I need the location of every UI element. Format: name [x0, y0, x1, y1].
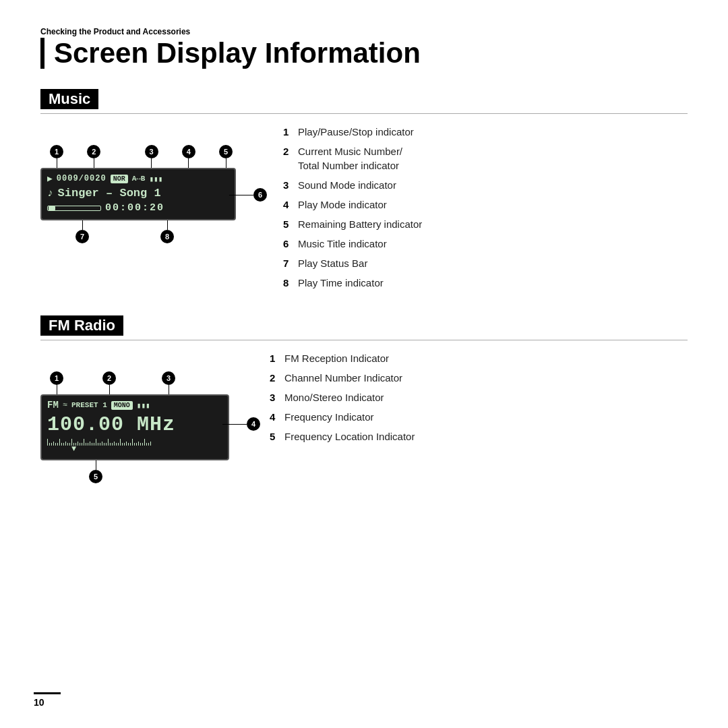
mode-badge: NOR	[111, 175, 128, 183]
music-title-row: ♪ Singer – Song 1	[47, 187, 229, 200]
list-num: 7	[283, 256, 298, 270]
music-bottom-callouts: 7 8	[40, 220, 236, 239]
callout-7-music: 7	[75, 230, 89, 243]
music-screen: ▶ 0009/0020 NOR A↔B ▮▮▮ ♪ Singer – Song …	[40, 168, 236, 220]
play-icon: ▶	[47, 173, 53, 184]
callout-6-music: 6	[253, 188, 267, 202]
callout-3-fm: 3	[162, 371, 175, 385]
list-num: 2	[283, 144, 298, 158]
fm-antenna-icon: ≈	[63, 400, 67, 410]
play-mode-indicator-label: Play Mode indicator	[298, 198, 387, 212]
list-num: 1	[270, 351, 284, 365]
fm-bottom-callouts: 5	[40, 460, 229, 479]
progress-inner	[49, 206, 55, 210]
music-display-wrapper: 1 2 3 4 5	[40, 125, 256, 239]
list-item: 2 Current Music Number/Total Number indi…	[283, 144, 688, 173]
fm-section-title: FM Radio	[40, 315, 123, 336]
list-text: Play/Pause/Stop indicator	[298, 125, 414, 139]
frequency-indicator-label: Frequency Indicator	[284, 410, 374, 424]
list-item: 8 Play Time indicator	[283, 276, 688, 290]
battery-icon: ▮▮▮	[149, 175, 162, 183]
music-top-row: ▶ 0009/0020 NOR A↔B ▮▮▮	[47, 173, 229, 184]
fm-section-content: 1 2 3 FM ≈ PRESET 1	[40, 351, 688, 479]
fm-label: FM	[47, 400, 59, 411]
callout-4-fm: 4	[247, 417, 260, 431]
callout-4-music: 4	[182, 145, 195, 158]
page-title: Screen Display Information	[40, 38, 688, 69]
callout-4-fm-wrapper: 4	[222, 417, 260, 431]
fm-display-wrapper: 1 2 3 FM ≈ PRESET 1	[40, 351, 243, 479]
mono-badge: MONO	[111, 401, 133, 410]
frequency-location-indicator-label: Frequency Location Indicator	[284, 429, 415, 444]
song-title: Singer – Song 1	[58, 187, 161, 200]
page-container: Checking the Product and Accessories Scr…	[0, 0, 728, 728]
fm-screen: FM ≈ PRESET 1 MONO ▮▮▮ 100.00 MHz ▼	[40, 394, 229, 460]
callout-5-fm: 5	[89, 470, 102, 483]
fm-indicators-list: 1 FM Reception Indicator 2 Channel Numbe…	[270, 351, 688, 449]
list-item: 5 Frequency Location Indicator	[270, 429, 688, 444]
callout-1-music: 1	[50, 145, 63, 158]
list-item: 3 Sound Mode indicator	[283, 178, 688, 192]
list-num: 2	[270, 371, 284, 385]
callout-5-music: 5	[219, 145, 233, 158]
list-num: 3	[270, 390, 284, 404]
time-display: 00:00:20	[105, 202, 164, 214]
channel-number-indicator-label: Channel Number Indicator	[284, 371, 402, 385]
callout-8-music: 8	[160, 230, 174, 243]
list-num: 8	[283, 276, 298, 290]
sound-mode-indicator-label: Sound Mode indicator	[298, 178, 396, 192]
callout-3-music: 3	[145, 145, 158, 158]
list-item: 3 Mono/Stereo Indicator	[270, 390, 688, 404]
list-item: 1 FM Reception Indicator	[270, 351, 688, 365]
list-item: 7 Play Status Bar	[283, 256, 688, 270]
fm-indicator-list: 1 FM Reception Indicator 2 Channel Numbe…	[270, 351, 688, 444]
fm-scale-row: ▼	[47, 439, 222, 454]
music-indicators-list: 1 Play/Pause/Stop indicator 2 Current Mu…	[283, 125, 688, 295]
preset-text: PRESET 1	[71, 401, 107, 409]
callout-2-fm: 2	[102, 371, 116, 385]
list-text: Remaining Battery indicator	[298, 217, 422, 231]
list-text: Current Music Number/Total Number indica…	[298, 144, 402, 173]
progress-bar	[47, 206, 101, 211]
list-num: 4	[270, 410, 284, 424]
music-section-title: Music	[40, 89, 98, 109]
callout-1-fm: 1	[50, 371, 63, 385]
list-item: 1 Play/Pause/Stop indicator	[283, 125, 688, 139]
track-number: 0009/0020	[57, 174, 107, 183]
ab-badge: A↔B	[132, 175, 146, 183]
fm-section-header: FM Radio	[40, 315, 688, 340]
list-num: 5	[283, 217, 298, 231]
fm-top-row: FM ≈ PRESET 1 MONO ▮▮▮	[47, 400, 222, 411]
list-text: FM Reception Indicator	[284, 351, 389, 365]
list-item: 4 Frequency Indicator	[270, 410, 688, 424]
fm-battery-icon: ▮▮▮	[137, 401, 150, 410]
callout-6-music-wrapper: 6	[229, 188, 267, 202]
checking-label: Checking the Product and Accessories	[40, 27, 688, 36]
list-num: 5	[270, 429, 284, 444]
page-number: 10	[34, 692, 61, 708]
progress-bar-row: 00:00:20	[47, 202, 229, 214]
list-item: 2 Channel Number Indicator	[270, 371, 688, 385]
music-section-content: 1 2 3 4 5	[40, 125, 688, 295]
play-time-indicator-label: Play Time indicator	[298, 276, 384, 290]
list-num: 3	[283, 178, 298, 192]
list-num: 6	[283, 237, 298, 251]
fm-frequency: 100.00 MHz	[47, 413, 222, 436]
list-num: 4	[283, 198, 298, 212]
fm-indicator-arrow: ▼	[47, 444, 222, 454]
page-num-line	[34, 692, 61, 694]
list-item: 6 Music Title indicator	[283, 237, 688, 251]
list-item: 4 Play Mode indicator	[283, 198, 688, 212]
list-text: Play Status Bar	[298, 256, 367, 270]
music-indicator-list: 1 Play/Pause/Stop indicator 2 Current Mu…	[283, 125, 688, 290]
callout-2-music: 2	[87, 145, 100, 158]
music-note-icon: ♪	[47, 187, 54, 200]
music-section-header: Music	[40, 89, 688, 114]
list-num: 1	[283, 125, 298, 139]
list-item: 5 Remaining Battery indicator	[283, 217, 688, 231]
list-text: Mono/Stereo Indicator	[284, 390, 384, 404]
music-title-indicator-label: Music Title indicator	[298, 237, 387, 251]
